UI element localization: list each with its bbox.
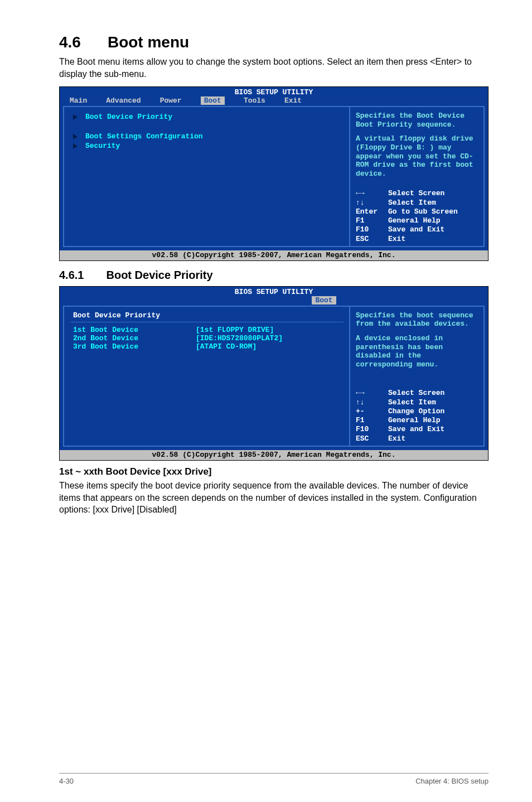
bios2-tab-boot: Boot [312,296,336,305]
subsection-title: Boot Device Priority [106,269,212,282]
paragraph-body: These items specify the boot device prio… [59,480,489,516]
bios1-key5-key: ESC [356,235,388,244]
bios2-footer: v02.58 (C)Copyright 1985-2007, American … [60,450,488,460]
bios1-item-boot-settings-config: Boot Settings Configuration [73,132,341,141]
submenu-arrow-icon [73,114,79,120]
bios2-key3-key: F1 [356,416,388,425]
bios2-help-mid: A device enclosed in parenthesis has bee… [356,334,478,369]
bios1-tab-main: Main [70,96,87,105]
bios2-key2-key: +- [356,407,388,416]
bios1-key2-desc: Go to Sub Screen [388,207,458,216]
bios2-key0-desc: Select Screen [388,389,444,397]
bios1-key-row: ←→Select Screen [356,189,478,198]
bios1-tab-exit: Exit [284,96,302,105]
section-intro: The Boot menu items allow you to change … [59,56,489,80]
bios2-key-row: F10Save and Exit [356,425,478,434]
bios2-device-row: 3rd Boot Device [ATAPI CD-ROM] [73,342,341,351]
bios1-item3-label: Security [85,142,120,150]
bios1-key5-desc: Exit [388,235,405,243]
bios1-item-boot-device-priority: Boot Device Priority [73,113,341,121]
bios2-key-row: ↑↓Select Item [356,398,478,407]
page-footer-right: Chapter 4: BIOS setup [415,777,489,785]
bios2-key2-desc: Change Option [388,407,444,416]
svg-marker-0 [73,114,78,120]
bios2-device2-label: 3rd Boot Device [73,342,196,351]
bios2-device1-label: 2nd Boot Device [73,334,196,342]
bios2-help-top: Specifies the boot sequence from the ava… [356,311,478,328]
bios2-device1-val: [IDE:HDS728080PLAT2] [196,334,283,342]
bios1-tab-power: Power [160,96,182,105]
page-footer: 4-30 Chapter 4: BIOS setup [59,773,489,785]
bios1-title: BIOS SETUP UTILITY [60,87,488,96]
bios2-device-row: 1st Boot Device [1st FLOPPY DRIVE] [73,326,341,334]
subsection-number: 4.6.1 [59,269,84,282]
bios2-key-row: F1General Help [356,416,478,425]
bios-screenshot-boot-menu: BIOS SETUP UTILITY Main Advanced Power B… [59,86,489,261]
bios1-key-row: F1General Help [356,216,478,225]
bios1-key2-key: Enter [356,207,388,216]
bios1-key1-desc: Select Item [388,199,436,207]
up-down-arrow-icon: ↑↓ [356,398,365,407]
bios1-item-security: Security [73,142,341,150]
bios2-key-row: ESCExit [356,434,478,443]
bios2-key4-key: F10 [356,425,388,434]
bios1-tabs: Main Advanced Power Boot Tools Exit [60,96,488,105]
bios1-key3-desc: General Help [388,216,441,225]
submenu-arrow-icon [73,134,79,139]
bios1-item0-label: Boot Device Priority [85,113,172,121]
bios1-help-mid: A virtual floppy disk drive (Floppy Driv… [356,134,478,178]
bios2-title: BIOS SETUP UTILITY [60,287,488,296]
bios-screenshot-boot-device-priority: BIOS SETUP UTILITY Boot Boot Device Prio… [59,286,489,461]
bios1-help-top: Specifies the Boot Device Boot Priority … [356,112,478,129]
bios2-key5-key: ESC [356,434,388,443]
bios1-item2-label: Boot Settings Configuration [85,132,203,141]
bios1-tab-advanced: Advanced [106,96,141,105]
section-heading: 4.6 Boot menu [59,33,489,51]
bios2-key3-desc: General Help [388,416,441,424]
bios1-key-row: ESCExit [356,235,478,244]
up-down-arrow-icon: ↑↓ [356,199,365,207]
bios1-key3-key: F1 [356,216,388,225]
bios1-key0-desc: Select Screen [388,189,444,197]
page-footer-left: 4-30 [59,777,74,785]
svg-marker-1 [73,134,78,139]
bios2-left-title: Boot Device Priority [73,311,341,320]
bios1-key-row: ↑↓Select Item [356,199,478,207]
bios2-key1-desc: Select Item [388,398,436,407]
bios1-key-row: F10Save and Exit [356,225,478,234]
bios2-device2-val: [ATAPI CD-ROM] [196,342,257,351]
bios1-key-row: EnterGo to Sub Screen [356,207,478,216]
paragraph-title: 1st ~ xxth Boot Device [xxx Drive] [59,466,489,477]
bios2-key-row: ←→Select Screen [356,389,478,398]
svg-marker-2 [73,143,78,149]
bios1-tab-boot: Boot [201,96,225,105]
bios1-footer: v02.58 (C)Copyright 1985-2007, American … [60,250,488,260]
bios2-device0-label: 1st Boot Device [73,326,196,334]
left-right-arrow-icon: ←→ [356,189,365,198]
bios2-key-row: +-Change Option [356,407,478,416]
bios2-device0-val: [1st FLOPPY DRIVE] [196,326,274,334]
bios1-key4-key: F10 [356,225,388,234]
bios2-key4-desc: Save and Exit [388,425,444,433]
bios1-key4-desc: Save and Exit [388,225,444,234]
submenu-arrow-icon [73,143,79,149]
bios2-device-row: 2nd Boot Device [IDE:HDS728080PLAT2] [73,334,341,342]
bios2-key5-desc: Exit [388,434,405,443]
subsection-heading: 4.6.1 Boot Device Priority [59,269,489,282]
section-number: 4.6 [59,33,81,51]
left-right-arrow-icon: ←→ [356,389,365,398]
section-title: Boot menu [108,33,189,51]
bios1-tab-tools: Tools [244,96,265,105]
bios2-tabs: Boot [60,296,488,305]
